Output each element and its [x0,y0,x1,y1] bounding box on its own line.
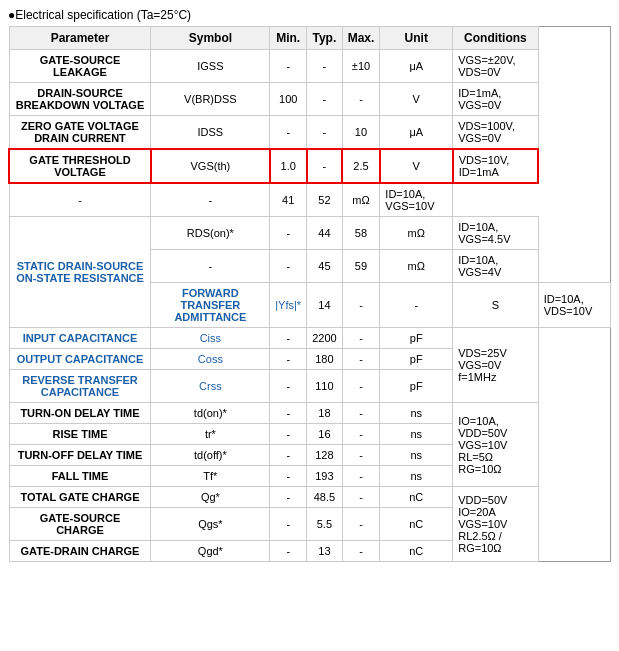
typ-cell: 128 [307,445,342,466]
param-cell: GATE-SOURCE LEAKAGE [9,50,151,83]
unit-cell: ns [380,403,453,424]
typ-cell: 16 [307,424,342,445]
symbol-cell: V(BR)DSS [151,83,270,116]
min-cell: - [270,328,307,349]
unit-cell: pF [380,349,453,370]
header-max: Max. [342,27,380,50]
table-header-row: Parameter Symbol Min. Typ. Max. Unit Con… [9,27,611,50]
max-cell: 58 [342,217,380,250]
symbol-cell: IDSS [151,116,270,150]
unit-cell: mΩ [380,217,453,250]
header-parameter: Parameter [9,27,151,50]
unit-cell: ns [380,445,453,466]
typ-cell: - [342,283,380,328]
unit-cell: nC [380,541,453,562]
conditions-cell: ID=1mA, VGS=0V [453,83,538,116]
param-cell: REVERSE TRANSFER CAPACITANCE [9,370,151,403]
min-cell: - [270,116,307,150]
param-cell: GATE-DRAIN CHARGE [9,541,151,562]
symbol-cell: tr* [151,424,270,445]
min-cell: - [270,487,307,508]
conditions-cell: ID=10A, VGS=4V [453,250,538,283]
table-row: GATE-SOURCE LEAKAGEIGSS--±10μAVGS=±20V, … [9,50,611,83]
conditions-cell: VDD=50V IO=20A VGS=10V RL2.5Ω / RG=10Ω [453,487,538,562]
param-cell: TURN-OFF DELAY TIME [9,445,151,466]
typ-cell: 180 [307,349,342,370]
conditions-cell: VDS=10V, ID=1mA [453,149,538,183]
symbol-cell: Qgs* [151,508,270,541]
unit-cell: ns [380,424,453,445]
symbol-cell: - [9,183,151,217]
param-cell: RISE TIME [9,424,151,445]
param-cell: INPUT CAPACITANCE [9,328,151,349]
unit-cell: V [380,149,453,183]
min-cell: - [270,349,307,370]
max-cell: - [342,541,380,562]
unit-cell: nC [380,508,453,541]
unit-cell: nC [380,487,453,508]
unit-cell: pF [380,370,453,403]
param-cell: DRAIN-SOURCE BREAKDOWN VOLTAGE [9,83,151,116]
typ-cell: - [307,116,342,150]
symbol-cell: td(on)* [151,403,270,424]
max-cell: 10 [342,116,380,150]
electrical-spec-table: Parameter Symbol Min. Typ. Max. Unit Con… [8,26,611,562]
typ-cell: 18 [307,403,342,424]
unit-cell: μA [380,116,453,150]
conditions-cell: ID=10A, VDS=10V [538,283,610,328]
param-cell: FORWARD TRANSFER ADMITTANCE [151,283,270,328]
page-wrapper: ●Electrical specification (Ta=25°C) Para… [0,0,619,570]
param-cell: TOTAL GATE CHARGE [9,487,151,508]
table-row: TOTAL GATE CHARGEQg*-48.5-nCVDD=50V IO=2… [9,487,611,508]
min-cell: - [270,250,307,283]
min-cell: - [270,50,307,83]
min-cell: - [151,183,270,217]
symbol-cell: Coss [151,349,270,370]
min-cell: - [270,403,307,424]
typ-cell: 41 [270,183,307,217]
typ-cell: 5.5 [307,508,342,541]
table-row: --4152mΩID=10A, VGS=10V [9,183,611,217]
min-cell: - [270,466,307,487]
header-min: Min. [270,27,307,50]
symbol-cell: Qgd* [151,541,270,562]
min-cell: - [270,217,307,250]
max-cell: ±10 [342,50,380,83]
conditions-cell: IO=10A, VDD=50V VGS=10V RL=5Ω RG=10Ω [453,403,538,487]
symbol-cell: Qg* [151,487,270,508]
table-row: TURN-ON DELAY TIMEtd(on)*-18-nsIO=10A, V… [9,403,611,424]
typ-cell: 2200 [307,328,342,349]
param-cell: ZERO GATE VOLTAGE DRAIN CURRENT [9,116,151,150]
table-row: DRAIN-SOURCE BREAKDOWN VOLTAGEV(BR)DSS10… [9,83,611,116]
max-cell: - [380,283,453,328]
typ-cell: 44 [307,217,342,250]
max-cell: - [342,370,380,403]
symbol-cell: Ciss [151,328,270,349]
header-symbol: Symbol [151,27,270,50]
max-cell: - [342,349,380,370]
table-row: INPUT CAPACITANCECiss-2200-pFVDS=25V VGS… [9,328,611,349]
conditions-cell: ID=10A, VGS=10V [380,183,453,217]
min-cell: 1.0 [270,149,307,183]
max-cell: - [342,328,380,349]
param-cell: STATIC DRAIN-SOURCE ON-STATE RESISTANCE [9,217,151,328]
header-conditions: Conditions [453,27,538,50]
typ-cell: - [307,50,342,83]
conditions-cell: ID=10A, VGS=4.5V [453,217,538,250]
param-cell: GATE-SOURCE CHARGE [9,508,151,541]
max-cell: - [342,83,380,116]
min-cell: 100 [270,83,307,116]
param-cell: OUTPUT CAPACITANCE [9,349,151,370]
header-typ: Typ. [307,27,342,50]
min-cell: - [270,508,307,541]
symbol-cell: td(off)* [151,445,270,466]
symbol-cell: Tf* [151,466,270,487]
max-cell: - [342,466,380,487]
symbol-cell: RDS(on)* [151,217,270,250]
unit-cell: S [453,283,538,328]
unit-cell: mΩ [380,250,453,283]
max-cell: - [342,424,380,445]
symbol-cell: |Yfs|* [270,283,307,328]
max-cell: - [342,403,380,424]
conditions-cell: VDS=100V, VGS=0V [453,116,538,150]
